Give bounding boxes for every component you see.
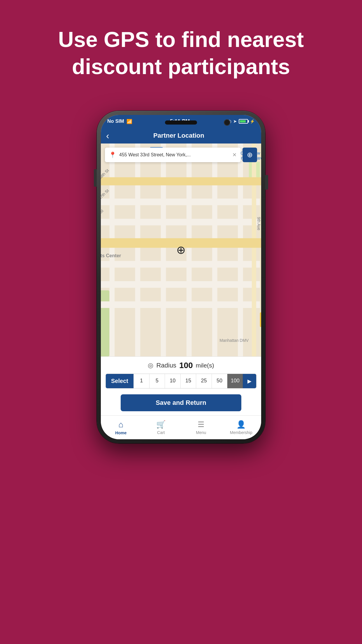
radius-section: ◎ Radius 100 mile(s) Select 1 5 10 15 25…: [101, 356, 261, 391]
select-button[interactable]: Select: [106, 374, 133, 388]
svg-rect-8: [101, 281, 261, 288]
phone-shell: No SIM 📶 5:11 PM ◎ ➤ ⚡: [97, 111, 265, 443]
radius-label-text: Radius: [156, 362, 176, 369]
radius-value-text: 100: [179, 361, 193, 370]
menu-icon: ☰: [198, 420, 204, 429]
save-button-row: Save and Return: [101, 391, 261, 415]
nav-item-cart[interactable]: 🛒 Cart: [141, 416, 181, 439]
svg-text:Manhattan DMV: Manhattan DMV: [219, 338, 249, 343]
status-left: No SIM 📶: [107, 118, 132, 124]
headline: Use GPS to find nearest discount partici…: [0, 0, 362, 95]
battery-indicator: [239, 119, 248, 124]
radius-option-15[interactable]: 15: [180, 374, 196, 388]
clear-search-icon[interactable]: ✕: [232, 152, 237, 158]
radius-next-button[interactable]: ▶: [243, 374, 256, 388]
home-label: Home: [115, 430, 126, 435]
svg-rect-15: [238, 144, 243, 356]
search-bar[interactable]: 📍 455 West 33rd Street, New York,... ✕: [105, 148, 241, 162]
svg-rect-20: [101, 177, 261, 186]
phone-screen: No SIM 📶 5:11 PM ◎ ➤ ⚡: [101, 115, 261, 439]
svg-rect-10: [110, 144, 115, 356]
map-crosshair: ⊕: [176, 244, 186, 256]
gps-status-icon: ➤: [233, 119, 237, 124]
svg-text:9th Ave: 9th Ave: [256, 217, 261, 230]
radius-circle-icon: ◎: [148, 362, 153, 369]
membership-icon: 👤: [236, 420, 246, 429]
svg-rect-11: [135, 144, 140, 356]
svg-rect-14: [212, 144, 217, 356]
radius-selector-row: Select 1 5 10 15 25 50 100 ▶: [106, 374, 256, 388]
save-return-button[interactable]: Save and Return: [121, 394, 241, 411]
search-address-text: 455 West 33rd Street, New York,...: [119, 152, 229, 158]
page-title: Partner Location: [113, 132, 244, 139]
svg-text:Javits Center: Javits Center: [101, 253, 121, 258]
crosshair-gps-icon: ⊕: [247, 151, 253, 159]
cart-icon: 🛒: [156, 420, 166, 429]
radius-option-10[interactable]: 10: [165, 374, 180, 388]
membership-label: Membership: [230, 430, 252, 435]
home-icon: ⌂: [118, 420, 123, 429]
front-camera: [224, 119, 230, 126]
svg-rect-18: [252, 144, 256, 356]
radius-option-100[interactable]: 100: [227, 374, 243, 388]
radius-label-row: ◎ Radius 100 mile(s): [106, 361, 256, 370]
radius-option-50[interactable]: 50: [212, 374, 227, 388]
radius-option-25[interactable]: 25: [196, 374, 212, 388]
status-right: ◎ ➤ ⚡: [228, 119, 255, 124]
power-button: [265, 175, 268, 190]
earpiece: [165, 120, 197, 125]
headline-text: Use GPS to find nearest discount partici…: [23, 26, 339, 80]
charging-icon: ⚡: [250, 119, 255, 124]
nav-item-home[interactable]: ⌂ Home: [101, 416, 141, 439]
svg-rect-12: [161, 144, 166, 356]
menu-label: Menu: [196, 430, 206, 435]
svg-rect-1: [101, 290, 110, 356]
svg-rect-9: [101, 301, 261, 308]
svg-rect-13: [187, 144, 192, 356]
map-area[interactable]: W 38th St W 37th St W 36th St W 35th St …: [101, 144, 261, 356]
svg-rect-4: [101, 199, 261, 205]
nav-item-menu[interactable]: ☰ Menu: [181, 416, 221, 439]
sim-label: No SIM: [107, 118, 124, 124]
app-navbar: ‹ Partner Location: [101, 128, 261, 144]
wifi-icon: 📶: [126, 119, 132, 124]
radius-option-5[interactable]: 5: [149, 374, 165, 388]
nav-item-membership[interactable]: 👤 Membership: [221, 416, 261, 439]
gps-locate-button[interactable]: ⊕: [242, 148, 257, 162]
bottom-nav: ⌂ Home 🛒 Cart ☰ Menu 👤 Membership: [101, 415, 261, 439]
radius-option-1[interactable]: 1: [133, 374, 149, 388]
svg-rect-30: [260, 312, 261, 327]
volume-button: [94, 169, 97, 187]
radius-unit-text: mile(s): [196, 362, 214, 369]
svg-rect-5: [101, 219, 261, 225]
svg-rect-7: [101, 261, 261, 268]
location-pin-icon: 📍: [109, 151, 116, 158]
phone-device: No SIM 📶 5:11 PM ◎ ➤ ⚡: [97, 111, 265, 443]
back-button[interactable]: ‹: [106, 131, 113, 140]
cart-label: Cart: [157, 430, 165, 435]
